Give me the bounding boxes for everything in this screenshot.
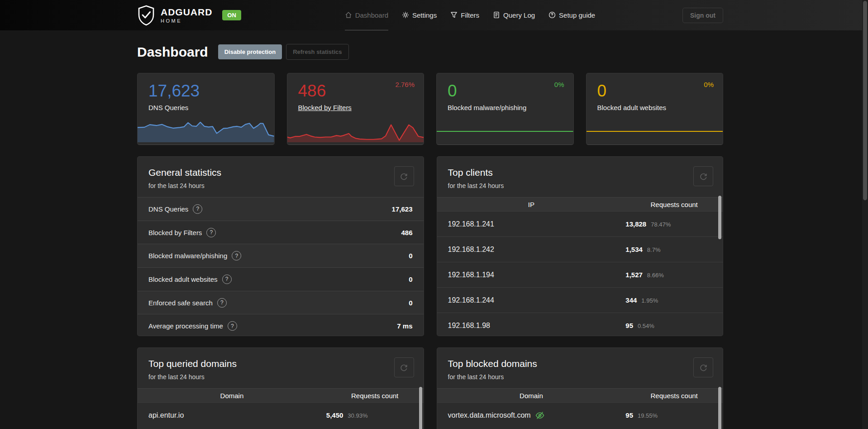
dns-queries-label: DNS Queries — [148, 104, 188, 111]
help-icon[interactable]: ? — [217, 298, 227, 308]
stat-label: Blocked adult websites — [148, 275, 218, 283]
refresh-statistics-button[interactable]: Refresh statistics — [286, 44, 348, 60]
blocked-filters-link[interactable]: Blocked by Filters — [298, 104, 352, 111]
help-circle-icon — [548, 11, 556, 19]
client-count: 13,828 — [625, 220, 646, 228]
nav-dashboard[interactable]: Dashboard — [345, 0, 388, 30]
client-percent: 78.47% — [651, 221, 671, 228]
home-icon — [345, 11, 352, 19]
client-row: 192.168.1.241 13,82878.47% — [437, 211, 723, 236]
card-dns-queries: 17,623 DNS Queries — [137, 73, 275, 145]
domain-row: api.entur.io 5,45030.93% — [138, 402, 424, 428]
blocked-filters-sparkline — [287, 121, 424, 142]
top-blocked-domains-refresh-button[interactable] — [693, 357, 713, 377]
top-queried-domains-refresh-button[interactable] — [394, 357, 414, 377]
adguard-shield-icon — [137, 5, 155, 26]
general-statistics-rows: DNS Queries? 17,623 Blocked by Filters? … — [138, 197, 424, 336]
blocked-adult-sparkline — [587, 121, 723, 142]
column-requests-count: Requests count — [625, 201, 723, 208]
panel-scrollbar[interactable] — [718, 196, 721, 239]
blocked-malware-label: Blocked malware/phishing — [448, 104, 526, 111]
disable-protection-button[interactable]: Disable protection — [218, 44, 282, 59]
card-blocked-adult: 0 Blocked adult websites 0% — [586, 73, 724, 145]
client-row: 192.168.1.242 1,5348.7% — [437, 236, 723, 262]
card-blocked-malware: 0 Blocked malware/phishing 0% — [436, 73, 574, 145]
client-percent: 8.66% — [647, 272, 664, 279]
brand: ADGUARD HOME ON — [137, 5, 241, 26]
top-clients-panel: Top clients for the last 24 hours IP Req… — [437, 156, 724, 336]
protection-status-badge: ON — [222, 10, 241, 20]
client-percent: 1.95% — [641, 297, 658, 304]
top-blocked-domains-subtitle: for the last 24 hours — [448, 373, 712, 381]
domain-percent: 30.93% — [348, 412, 367, 419]
sign-out-button[interactable]: Sign out — [682, 8, 723, 23]
domain-count: 95 — [625, 411, 633, 419]
blocked-malware-percent: 0% — [554, 81, 564, 88]
refresh-icon — [400, 364, 408, 371]
stat-row-blocked-malware: Blocked malware/phishing? 0 — [138, 244, 424, 267]
stat-row-processing-time: Average processing time? 7 ms — [138, 314, 424, 336]
nav-setup-guide[interactable]: Setup guide — [548, 0, 595, 30]
help-icon[interactable]: ? — [206, 228, 216, 237]
column-requests-count: Requests count — [625, 392, 723, 400]
top-blocked-domains-table-header: Domain Requests count — [437, 388, 723, 402]
stat-cards-row: 17,623 DNS Queries 486 Blocked by Filter… — [137, 73, 723, 145]
top-clients-refresh-button[interactable] — [693, 166, 713, 186]
navbar: ADGUARD HOME ON Dashboard Settings — [0, 0, 868, 30]
main-nav: Dashboard Settings Filters — [345, 0, 596, 30]
general-statistics-subtitle: for the last 24 hours — [148, 182, 413, 189]
client-ip: 192.168.1.242 — [437, 246, 626, 254]
nav-settings[interactable]: Settings — [402, 0, 437, 30]
client-count: 1,527 — [625, 271, 643, 279]
column-requests-count: Requests count — [326, 392, 424, 400]
stat-label: Enforced safe search — [148, 299, 213, 307]
filter-funnel-icon — [450, 11, 458, 19]
blocked-domain: vortex.data.microsoft.com — [448, 411, 531, 419]
top-queried-domains-table-header: Domain Requests count — [138, 388, 424, 402]
top-blocked-domains-title: Top blocked domains — [448, 358, 712, 369]
nav-filters-label: Filters — [461, 11, 479, 19]
column-domain: Domain — [138, 392, 326, 400]
blocked-malware-sparkline — [437, 121, 573, 142]
client-ip: 192.168.1.194 — [437, 271, 626, 279]
page-scrollbar-thumb[interactable] — [863, 1, 867, 200]
help-icon[interactable]: ? — [232, 251, 241, 260]
stat-row-safe-search: Enforced safe search? 0 — [138, 291, 424, 314]
client-ip: 192.168.1.98 — [437, 322, 626, 330]
panel-scrollbar[interactable] — [718, 387, 721, 429]
brand-name: ADGUARD — [161, 7, 212, 17]
nav-filters[interactable]: Filters — [450, 0, 479, 30]
document-icon — [493, 11, 500, 19]
top-clients-subtitle: for the last 24 hours — [448, 182, 712, 189]
stat-value: 0 — [409, 252, 412, 260]
help-icon[interactable]: ? — [228, 321, 237, 331]
client-count: 344 — [625, 296, 637, 304]
client-row: 192.168.1.244 3441.95% — [437, 287, 723, 313]
panel-scrollbar[interactable] — [419, 387, 422, 429]
page-scrollbar[interactable] — [862, 0, 868, 429]
stat-value: 17,623 — [392, 205, 413, 213]
stat-row-blocked-adult: Blocked adult websites? 0 — [138, 267, 424, 291]
blocked-filters-percent: 2.76% — [395, 81, 415, 88]
client-ip: 192.168.1.244 — [437, 296, 626, 304]
general-statistics-refresh-button[interactable] — [394, 166, 414, 186]
help-icon[interactable]: ? — [222, 275, 232, 284]
client-percent: 8.7% — [647, 246, 661, 253]
queried-domain: api.entur.io — [138, 411, 326, 419]
blocked-adult-label: Blocked adult websites — [597, 104, 667, 111]
help-icon[interactable]: ? — [193, 204, 202, 214]
stat-label: Blocked malware/phishing — [148, 252, 227, 260]
client-row: 192.168.1.194 1,5278.66% — [437, 262, 723, 287]
client-ip: 192.168.1.241 — [437, 220, 626, 228]
stat-label: Average processing time — [148, 322, 223, 330]
eye-off-icon[interactable] — [535, 410, 545, 420]
nav-query-log-label: Query Log — [503, 11, 535, 19]
top-clients-title: Top clients — [448, 167, 712, 178]
stat-value: 0 — [409, 299, 412, 307]
nav-query-log[interactable]: Query Log — [493, 0, 535, 30]
dns-queries-sparkline — [138, 121, 274, 142]
general-statistics-title: General statistics — [148, 167, 413, 178]
column-ip: IP — [437, 201, 626, 208]
top-queried-domains-panel: Top queried domains for the last 24 hour… — [137, 347, 424, 429]
general-statistics-panel: General statistics for the last 24 hours… — [137, 156, 424, 336]
